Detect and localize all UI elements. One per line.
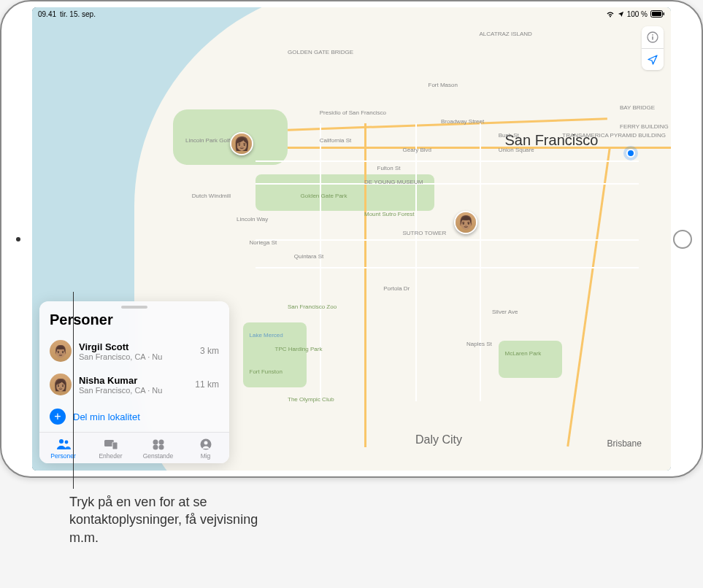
map-poi: The Olympic Club [288,396,334,403]
tab-label: Enheder [99,452,122,460]
map-poi: Lake Merced [250,332,283,339]
map-poi: Presidio of San Francisco [320,109,386,116]
tab-devices[interactable]: Enheder [87,433,134,463]
share-label: Del min lokalitet [73,411,140,422]
battery-icon [650,10,665,18]
map-poi: Fort Funston [250,368,283,375]
tab-me[interactable]: Mig [182,433,229,463]
map-poi: Fort Mason [429,82,458,88]
map-poi: SUTRO TOWER [403,230,447,236]
map-poi: Lincoln Way [237,216,268,223]
person-name: Nisha Kumar [79,375,188,386]
tab-items[interactable]: Genstande [134,433,182,463]
map-poi: Quintara St [294,253,323,260]
svg-point-12 [153,445,158,450]
map-label-brisbane: Brisbane [607,438,642,449]
svg-point-13 [158,445,164,450]
map-poi: TPC Harding Park [275,346,323,352]
map-poi: Broadway Street [441,118,484,125]
map-locate-button[interactable] [642,48,664,70]
people-panel: Personer 👨🏽 Virgil Scott San Francisco, … [39,301,229,463]
person-sub: San Francisco, CA · Nu [79,352,193,361]
map-poi: GOLDEN GATE BRIDGE [288,49,353,55]
map-poi: FERRY BUILDING [620,123,669,130]
map-label-daly: Daly City [415,433,462,446]
map-poi: Portola Dr [383,285,410,292]
panel-grabber[interactable] [121,306,147,309]
map-poi: Noriega St [250,239,277,246]
person-row[interactable]: 👩🏽 Nisha Kumar San Francisco, CA · Nu 11… [39,368,229,401]
avatar: 👩🏽 [50,374,72,395]
front-camera [16,237,20,241]
status-bar: 09.41 tir. 15. sep. 100 % [32,7,671,20]
svg-rect-1 [652,12,661,16]
person-sub: San Francisco, CA · Nu [79,386,188,395]
map-poi: Geary Blvd [403,147,432,153]
map-poi: Fulton St [377,165,401,171]
screen-bezel: San Francisco Daly City Brisbane ALCATRA… [32,7,671,471]
person-distance: 11 km [195,379,219,390]
devices-icon [104,437,118,452]
map-poi: Naples St [466,341,492,347]
home-button[interactable] [673,230,692,249]
svg-point-7 [64,441,68,444]
map-pin-person-2[interactable]: 👨🏽 [454,211,477,234]
location-indicator-icon [618,11,624,18]
items-icon [152,437,165,452]
map-poi: TRANSAMERICA PYRAMID BUILDING [562,132,666,139]
svg-point-10 [153,440,158,445]
status-date: tir. 15. sep. [60,10,96,18]
status-battery: 100 % [627,10,648,18]
screen: San Francisco Daly City Brisbane ALCATRA… [32,7,671,471]
person-name: Virgil Scott [79,341,193,352]
svg-point-6 [59,439,64,444]
svg-rect-9 [112,442,118,449]
svg-point-11 [158,440,164,445]
map-poi: Bush St [499,132,519,139]
tab-label: Personer [50,452,76,460]
panel-title: Personer [39,312,229,334]
map-poi: McLaren Park [505,350,542,357]
svg-point-4 [652,34,653,36]
map-poi: DE YOUNG MUSEUM [364,179,423,185]
callout-line [73,292,74,489]
svg-rect-5 [652,36,653,40]
map-current-location [626,149,635,158]
tab-label: Genstande [143,452,174,460]
map-poi: Mount Sutro Forest [364,211,414,217]
me-icon [200,437,212,452]
map-poi: Union Square [499,147,534,153]
person-distance: 3 km [200,346,219,356]
map-poi: Silver Ave [492,309,518,315]
map-poi: California St [320,137,352,144]
person-row[interactable]: 👨🏽 Virgil Scott San Francisco, CA · Nu 3… [39,334,229,368]
map-info-button[interactable] [642,26,664,48]
map-poi: Golden Gate Park [301,193,347,199]
ipad-device-frame: San Francisco Daly City Brisbane ALCATRA… [0,0,703,478]
map-controls [642,26,664,70]
svg-point-15 [204,441,207,445]
tab-bar: Personer Enheder Genstande [39,432,229,463]
share-location-button[interactable]: + Del min lokalitet [39,401,229,432]
wifi-icon [606,11,615,18]
svg-rect-2 [664,12,665,15]
status-time: 09.41 [38,10,56,18]
map-poi: San Francisco Zoo [288,303,337,310]
callout-text: Tryk på en ven for at se kontaktoplysnin… [69,493,288,546]
tab-people[interactable]: Personer [39,433,87,463]
tab-label: Mig [201,452,211,460]
plus-icon: + [50,409,66,425]
avatar: 👨🏽 [50,340,72,362]
map-poi: BAY BRIDGE [620,104,655,111]
people-icon [56,437,71,452]
map-poi: Dutch Windmill [192,193,231,199]
map-poi: ALCATRAZ ISLAND [480,31,532,37]
